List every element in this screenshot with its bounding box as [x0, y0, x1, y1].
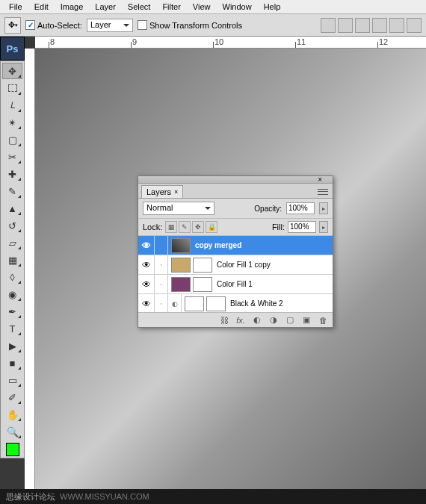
menu-window[interactable]: Window: [217, 1, 258, 13]
brush-tool[interactable]: ✎: [2, 183, 22, 199]
move-tool[interactable]: ✥: [2, 63, 22, 79]
trash-icon[interactable]: 🗑: [318, 316, 328, 325]
shape-tool[interactable]: ■: [2, 355, 22, 371]
wand-tool[interactable]: ✴: [2, 114, 22, 131]
layers-tab[interactable]: Layers×: [141, 185, 183, 198]
menu-layer[interactable]: Layer: [89, 1, 122, 13]
autoselect-label: Auto-Select:: [37, 21, 82, 30]
align-right-icon[interactable]: [407, 18, 422, 33]
notes-tool[interactable]: ▭: [2, 372, 22, 388]
adj-icon: ◐: [168, 294, 182, 312]
path-select-tool[interactable]: ▶: [2, 337, 22, 354]
visibility-icon[interactable]: 👁: [138, 275, 155, 293]
menu-view[interactable]: View: [187, 1, 217, 13]
layer-row[interactable]: 👁⬝Color Fill 1 copy: [138, 255, 333, 275]
group-icon[interactable]: ▢: [285, 315, 295, 325]
foreground-color[interactable]: [6, 443, 19, 456]
layer-row[interactable]: 👁copy merged: [138, 236, 333, 255]
link-col[interactable]: ⬝: [155, 294, 168, 312]
menu-help[interactable]: Help: [258, 1, 287, 13]
gradient-tool[interactable]: ▦: [2, 252, 22, 268]
fx-icon[interactable]: fx.: [235, 316, 246, 325]
site-url: WWW.MISSYUAN.COM: [60, 492, 149, 501]
slice-tool[interactable]: ✂: [2, 149, 22, 165]
opacity-input[interactable]: 100%: [286, 202, 315, 214]
layer-mask[interactable]: [193, 277, 212, 292]
blur-tool[interactable]: ◊: [2, 269, 22, 285]
options-bar: ✥▾ ✓ Auto-Select: Layer Show Transform C…: [0, 14, 426, 37]
align-hcenter-icon[interactable]: [389, 18, 404, 33]
fill-input[interactable]: 100%: [288, 221, 316, 233]
menu-filter[interactable]: Filter: [156, 1, 186, 13]
eraser-tool[interactable]: ▱: [2, 234, 22, 251]
panel-menu-icon[interactable]: [318, 188, 328, 196]
move-tool-icon[interactable]: ✥▾: [4, 17, 21, 34]
layer-thumbnail[interactable]: [171, 277, 191, 292]
opacity-label: Opacity:: [254, 205, 282, 213]
autoselect-toggle[interactable]: ✓ Auto-Select:: [25, 20, 82, 30]
align-left-icon[interactable]: [372, 18, 387, 33]
dodge-tool[interactable]: ◉: [2, 286, 22, 302]
mask-icon[interactable]: ◐: [252, 315, 262, 325]
align-vcenter-icon[interactable]: [338, 18, 353, 33]
ruler-vertical: [25, 49, 35, 504]
lock-transparent-icon[interactable]: ▦: [165, 221, 177, 233]
history-brush-tool[interactable]: ↺: [2, 217, 22, 234]
heal-tool[interactable]: ✚: [2, 166, 22, 182]
show-transform-label: Show Transform Controls: [149, 21, 242, 30]
status-bar: 思缘设计论坛 WWW.MISSYUAN.COM: [0, 489, 426, 504]
opacity-flyout-icon[interactable]: [319, 202, 328, 214]
marquee-tool[interactable]: [2, 80, 22, 96]
layer-thumbnail[interactable]: [171, 258, 191, 273]
adjustment-icon[interactable]: ◑: [268, 315, 279, 325]
layer-name[interactable]: Color Fill 1 copy: [217, 261, 271, 269]
lock-position-icon[interactable]: ✥: [192, 221, 204, 233]
pen-tool[interactable]: ✒: [2, 303, 22, 320]
link-col[interactable]: [155, 236, 168, 255]
link-col[interactable]: ⬝: [155, 255, 168, 274]
lock-pixels-icon[interactable]: ✎: [179, 221, 191, 233]
menu-edit[interactable]: Edit: [28, 1, 55, 13]
visibility-icon[interactable]: 👁: [138, 236, 155, 255]
link-col[interactable]: ⬝: [155, 275, 168, 293]
layer-mask[interactable]: [206, 296, 226, 311]
layers-panel: × Layers× Normal Opacity: 100% Lock: ▦ ✎…: [138, 175, 333, 328]
layer-name[interactable]: copy merged: [195, 241, 241, 249]
link-icon[interactable]: ⛓: [219, 316, 229, 325]
layer-row[interactable]: 👁⬝Color Fill 1: [138, 275, 333, 294]
autoselect-mode-select[interactable]: Layer: [87, 19, 133, 32]
visibility-icon[interactable]: 👁: [138, 255, 155, 274]
show-transform-toggle[interactable]: Show Transform Controls: [138, 20, 242, 30]
zoom-tool[interactable]: 🔍: [2, 423, 22, 440]
ps-logo: Ps: [0, 37, 25, 60]
lock-all-icon[interactable]: 🔒: [206, 221, 217, 233]
layer-row[interactable]: 👁⬝◐Black & White 2: [138, 294, 333, 312]
layer-thumbnail[interactable]: [171, 238, 191, 253]
layers-list: 👁copy merged👁⬝Color Fill 1 copy👁⬝Color F…: [138, 236, 333, 312]
layer-mask[interactable]: [193, 258, 212, 273]
menu-image[interactable]: Image: [55, 1, 90, 13]
lock-label: Lock:: [143, 223, 162, 231]
fill-flyout-icon[interactable]: [319, 221, 328, 233]
crop-tool[interactable]: ▢: [2, 131, 22, 148]
close-icon[interactable]: ×: [318, 175, 322, 184]
align-top-icon[interactable]: [321, 18, 336, 33]
layer-name[interactable]: Color Fill 1: [217, 280, 253, 288]
new-layer-icon[interactable]: ▣: [301, 315, 312, 325]
menu-file[interactable]: File: [3, 1, 28, 13]
stamp-tool[interactable]: ▲: [2, 200, 22, 217]
hand-tool[interactable]: ✋: [2, 406, 22, 423]
layer-thumbnail[interactable]: [185, 296, 204, 311]
menu-select[interactable]: Select: [122, 1, 157, 13]
eyedropper-tool[interactable]: ✐: [2, 389, 22, 405]
type-tool[interactable]: T: [2, 320, 22, 337]
blend-mode-select[interactable]: Normal: [143, 202, 214, 215]
checkbox-icon[interactable]: [138, 20, 147, 30]
layer-name[interactable]: Black & White 2: [230, 299, 283, 308]
align-bottom-icon[interactable]: [355, 18, 370, 33]
lasso-tool[interactable]: 𝘓: [2, 97, 22, 113]
panel-titlebar[interactable]: ×: [138, 176, 333, 184]
toolbox: ✥ 𝘓 ✴ ▢ ✂ ✚ ✎ ▲ ↺ ▱ ▦ ◊ ◉ ✒ T ▶ ■ ▭ ✐ ✋ …: [0, 60, 25, 458]
visibility-icon[interactable]: 👁: [138, 294, 155, 312]
checkbox-icon[interactable]: ✓: [25, 20, 35, 30]
